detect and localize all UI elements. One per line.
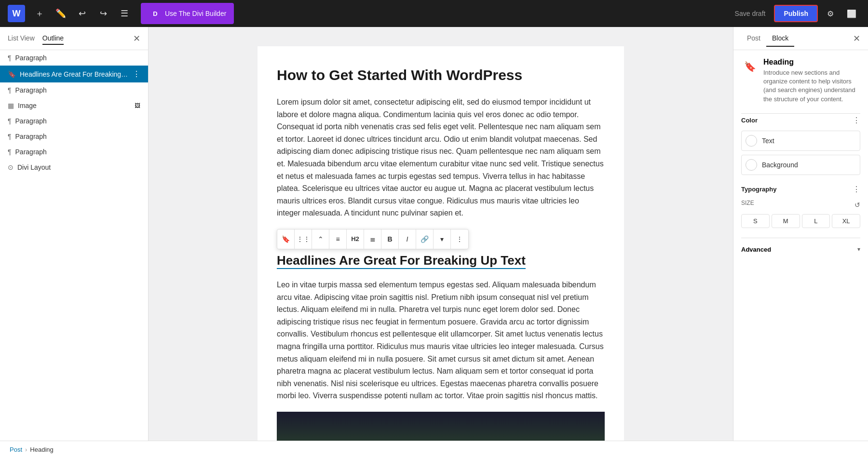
divi-builder-button[interactable]: D Use The Divi Builder [141,3,234,24]
advanced-title: Advanced [741,246,771,253]
left-panel: List View Outline ✕ ¶ Paragraph 🔖 Headli… [0,27,149,441]
move-up-down-button[interactable]: ⌃ [312,229,329,249]
divi-avatar: D [149,7,162,20]
size-label: SIZE [741,200,754,206]
size-options: S M L XL [741,214,860,228]
divi-builder-label: Use The Divi Builder [165,10,226,17]
align-button[interactable]: ≡ [329,229,347,249]
color-section-more-button[interactable]: ⋮ [853,116,860,125]
list-item[interactable]: ¶ Paragraph [0,129,148,144]
breadcrumb-current: Heading [30,446,53,453]
breadcrumb-post-link[interactable]: Post [10,446,22,453]
italic-button[interactable]: I [399,229,416,249]
block-description: Introduce new sections and organize cont… [763,68,860,104]
right-panel-content: 🔖 Heading Introduce new sections and org… [733,50,868,441]
advanced-section: Advanced ▾ [741,238,860,255]
redo-button[interactable]: ↪ [95,5,112,22]
list-item[interactable]: ¶ Paragraph [0,82,148,98]
typography-section-header: Typography ⋮ [741,185,860,194]
editor-content: How to Get Started With WordPress Lorem … [258,46,624,441]
post-title[interactable]: How to Get Started With WordPress [277,66,605,84]
left-panel-close-button[interactable]: ✕ [133,33,140,44]
block-title: Heading [763,58,860,67]
top-toolbar: W ＋ ✏️ ↩ ↪ ☰ D Use The Divi Builder Save… [0,0,868,27]
add-block-button[interactable]: ＋ [31,5,48,22]
content-area[interactable]: How to Get Started With WordPress Lorem … [149,27,733,441]
list-item-active[interactable]: 🔖 Headlines Are Great For Breaking Up T.… [0,66,148,82]
main-layout: List View Outline ✕ ¶ Paragraph 🔖 Headli… [0,27,868,441]
size-xl-button[interactable]: XL [832,214,860,228]
text-color-option[interactable]: Text [741,131,860,151]
right-panel-tabs: Post Block ✕ [733,27,868,50]
svg-rect-0 [277,412,605,441]
paragraph-icon: ¶ [8,133,12,140]
item-label: Paragraph [15,86,140,94]
advanced-header[interactable]: Advanced ▾ [741,244,860,255]
options-button[interactable]: ⋮ [451,229,468,249]
list-item[interactable]: ▦ Image 🖼 [0,98,148,113]
typography-section-more-button[interactable]: ⋮ [853,185,860,194]
item-label: Paragraph [15,148,140,156]
color-section-header: Color ⋮ [741,116,860,125]
save-draft-button[interactable]: Save draft [730,7,771,20]
right-panel-close-button[interactable]: ✕ [853,33,860,44]
divider [741,113,860,114]
undo-button[interactable]: ↩ [73,5,91,22]
typography-section: Typography ⋮ SIZE ↺ S M L XL [741,185,860,228]
typography-section-title: Typography [741,186,776,193]
divi-layout-icon: ⊙ [8,163,14,171]
tab-list-view[interactable]: List View [8,32,35,45]
link-button[interactable]: 🔗 [416,229,434,249]
publish-button[interactable]: Publish [774,5,818,22]
list-item[interactable]: ¶ Paragraph [0,50,148,66]
list-view-button[interactable]: ☰ [116,5,133,22]
right-panel: Post Block ✕ 🔖 Heading Introduce new sec… [733,27,868,441]
reset-size-button[interactable]: ↺ [854,201,860,209]
size-section: SIZE ↺ S M L XL [741,200,860,228]
paragraph-icon: ¶ [8,54,12,62]
text-color-circle [746,135,757,147]
settings-icon[interactable]: ⚙ [822,5,839,22]
wp-logo[interactable]: W [8,5,25,22]
align-text-button[interactable]: ≣ [364,229,381,249]
tab-block[interactable]: Block [766,30,794,47]
background-color-label: Background [762,161,798,169]
more-rich-text-button[interactable]: ▾ [434,229,451,249]
list-item[interactable]: ¶ Paragraph [0,113,148,129]
block-toolbar: 🔖 ⋮⋮ ⌃ ≡ H2 ≣ B I 🔗 ▾ ⋮ [277,229,469,249]
color-section-title: Color [741,117,758,124]
breadcrumb-separator: › [25,446,27,453]
block-type-icon[interactable]: 🔖 [277,229,295,249]
bold-button[interactable]: B [381,229,399,249]
left-panel-tabs: List View Outline ✕ [0,27,148,50]
image-icon: ▦ [8,102,14,109]
body-paragraph-1[interactable]: Lorem ipsum dolor sit amet, consectetur … [277,96,605,219]
tab-outline[interactable]: Outline [42,32,64,45]
block-info: 🔖 Heading Introduce new sections and org… [741,58,860,104]
list-item[interactable]: ⊙ Divi Layout [0,160,148,175]
item-label: Image [18,102,131,109]
heading-icon: 🔖 [8,70,16,78]
fullscreen-icon[interactable]: ⬜ [843,5,860,22]
item-label: Paragraph [15,133,140,140]
tab-post[interactable]: Post [741,30,766,47]
size-s-button[interactable]: S [741,214,770,228]
more-options-icon[interactable]: ⋮ [133,69,140,79]
heading-level-button[interactable]: H2 [347,229,364,249]
drag-handle[interactable]: ⋮⋮ [295,229,312,249]
color-section: Color ⋮ Text Background [741,116,860,175]
tools-button[interactable]: ✏️ [52,5,69,22]
list-item[interactable]: ¶ Paragraph [0,144,148,160]
item-label: Headlines Are Great For Breaking Up T... [20,70,129,78]
text-color-label: Text [762,137,774,145]
item-label: Divi Layout [17,163,140,171]
body-paragraph-2[interactable]: Leo in vitae turpis massa sed elementum … [277,279,605,402]
paragraph-icon: ¶ [8,86,12,94]
item-label: Paragraph [15,117,140,125]
size-m-button[interactable]: M [772,214,800,228]
background-color-option[interactable]: Background [741,155,860,175]
block-details: Heading Introduce new sections and organ… [763,58,860,104]
block-icon: 🔖 [741,58,759,75]
size-l-button[interactable]: L [802,214,830,228]
heading-block[interactable]: Headlines Are Great For Breaking Up Text [277,253,526,269]
